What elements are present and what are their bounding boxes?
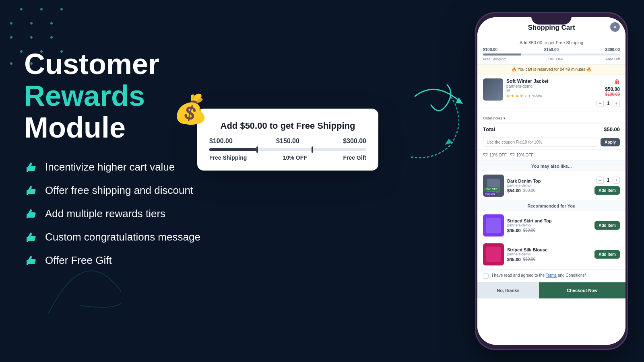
discount-badges: 🛡 10% OFF 🛡 10% OFF	[477, 150, 625, 160]
product-card-2: Striped Skirt and Top partners-demo $45.…	[477, 211, 625, 240]
cart-item-price-new: $50.00	[605, 86, 620, 92]
timer-banner: 🔥 You cart is reserved for 04:49 minutes…	[477, 65, 625, 74]
add-item-button-3[interactable]: Add item	[594, 250, 620, 259]
popup-label-2: 10% OFF	[283, 154, 307, 161]
coupon-input[interactable]	[483, 138, 598, 147]
cart-prog-label-1: Free Shipping	[483, 57, 506, 61]
progress-marker-1	[256, 146, 258, 153]
feature-item-2: Offer free shipping and discount	[24, 183, 274, 198]
product-qty-decrease-1[interactable]: −	[597, 177, 604, 184]
cart-title: Shopping Cart	[484, 24, 619, 32]
svg-marker-2	[456, 97, 463, 104]
hero-line1: Customer	[24, 48, 159, 80]
product-vendor-2: partners-demo	[507, 223, 591, 227]
arrow-decoration	[411, 72, 471, 122]
order-notes[interactable]: Order notes ▾	[477, 111, 625, 124]
product-price-old-1: $60.00	[523, 188, 536, 193]
feature-text-2: Offer free shipping and discount	[45, 184, 193, 197]
cart-progress-price-3: $300.00	[605, 47, 620, 52]
product-info-3: Striped Silk Blouse partners-demo $45.00…	[507, 247, 591, 262]
cart-progress-fill	[483, 53, 521, 56]
product-price-old-3: $50.00	[523, 257, 536, 261]
product-vendor-1: partners-demo	[507, 183, 591, 187]
cart-item-info: Soft Winter Jacket partners-demo M ★★★★★…	[506, 78, 593, 98]
popup-card-title: Add $50.00 to get Free Shipping	[209, 121, 366, 131]
product-image-3	[483, 243, 504, 265]
svg-marker-1	[445, 139, 453, 145]
discount-badge-2: 🛡 10% OFF	[510, 152, 534, 158]
cart-progress-prices: $100.00 $150.00 $300.00	[483, 47, 620, 52]
feature-item-3: Add multiple rewards tiers	[24, 207, 274, 221]
svg-rect-8	[486, 247, 501, 262]
product-price-old-2: $50.00	[523, 228, 536, 232]
product-qty-increase-1[interactable]: +	[613, 177, 620, 184]
discount-badge-1: 🛡 10% OFF	[483, 152, 507, 158]
product-qty-val-1: 1	[605, 177, 611, 183]
cart-prog-label-3: Free Gift	[606, 57, 620, 61]
product-thumbnail-2	[483, 214, 504, 237]
cart-item-prices: $50.00 $100.00	[605, 86, 620, 97]
popup-prices: $100.00 $150.00 $300.00	[209, 138, 366, 145]
recommended-section-title: Recommended for You	[477, 200, 625, 211]
product-price-new-2: $45.00	[507, 228, 521, 233]
phone-screen: Shopping Cart × Add $50.00 to get Free S…	[477, 17, 625, 345]
feature-text-1: Incentivize higher cart value	[45, 161, 175, 173]
thumbs-up-icon-2	[24, 183, 39, 198]
arc-decoration	[378, 80, 459, 161]
product-image-2	[483, 214, 504, 237]
terms-link[interactable]: Terms	[546, 273, 557, 278]
cart-progress-labels: Free Shipping 10% OFF Free Gift	[483, 57, 620, 61]
thumbs-up-icon-4	[24, 230, 39, 245]
cart-progress-section: Add $50.00 to get Free Shipping $100.00 …	[477, 36, 625, 65]
feature-item-4: Custom congratulations message	[24, 230, 274, 245]
product-vendor-3: partners-demo	[507, 252, 591, 256]
cart-item-size: M	[506, 88, 593, 93]
product-price-new-1: $54.00	[507, 188, 521, 193]
popup-labels: Free Shipping 10% OFF Free Gift	[209, 154, 366, 161]
checkout-now-button[interactable]: Checkout Now	[539, 282, 625, 298]
cart-progress-bar	[483, 53, 620, 56]
qty-increase-button[interactable]: +	[613, 100, 620, 107]
cart-close-button[interactable]: ×	[610, 22, 620, 32]
product-price-row-3: $45.00 $50.00	[507, 257, 591, 262]
svg-rect-6	[486, 218, 501, 233]
order-notes-label[interactable]: Order notes ▾	[483, 115, 506, 120]
no-thanks-button[interactable]: No, thanks	[477, 282, 539, 298]
cart-item-delete-button[interactable]: 🗑	[614, 78, 620, 85]
feature-text-5: Offer Free Gift	[45, 254, 112, 267]
product-price-new-3: $45.00	[507, 257, 521, 262]
hero-line3: Module	[24, 111, 126, 144]
product-info-1: Dark Denim Top partners-demo $54.00 $60.…	[507, 179, 591, 193]
popup-progress-fill	[209, 148, 256, 151]
total-label: Total	[483, 126, 495, 132]
cart-item-reviews: 1 review	[528, 94, 542, 98]
cart-item-qty: − 1 +	[597, 100, 620, 107]
bottom-buttons: No, thanks Checkout Now	[477, 282, 625, 298]
thumbs-up-icon-5	[24, 253, 39, 268]
product-name-3: Striped Silk Blouse	[507, 247, 591, 252]
product-qty-1: − 1 +	[597, 177, 620, 184]
cart-prog-label-2: 10% OFF	[548, 57, 564, 61]
shield-icon-2: 🛡	[510, 152, 515, 158]
cart-item-vendor: partners-demo	[506, 84, 593, 88]
coupon-row: Apply	[477, 135, 625, 150]
popup-progress-bar	[209, 148, 366, 151]
add-item-button-2[interactable]: Add item	[594, 221, 620, 230]
terms-checkbox[interactable]	[483, 273, 489, 279]
qty-decrease-button[interactable]: −	[597, 100, 604, 107]
add-item-button-1[interactable]: Add item	[594, 186, 620, 195]
money-icon: 💰	[173, 93, 208, 125]
product-image-1: Popular 10% OFF	[483, 175, 504, 197]
recommended-section: Recommended for You Striped Skirt and To…	[477, 200, 625, 269]
cart-item-image	[483, 78, 503, 101]
popup-card: Add $50.00 to get Free Shipping $100.00 …	[197, 109, 378, 171]
phone-notch	[531, 13, 572, 25]
product-thumbnail-3	[483, 243, 504, 265]
product-info-2: Striped Skirt and Top partners-demo $45.…	[507, 218, 591, 233]
total-row: Total $50.00	[477, 124, 625, 135]
product-name-1: Dark Denim Top	[507, 179, 591, 183]
cart-item-price-old: $100.00	[605, 92, 620, 97]
terms-text: I have read and agreed to the Terms and …	[492, 273, 586, 278]
apply-coupon-button[interactable]: Apply	[601, 138, 620, 146]
popup-price-1: $100.00	[209, 138, 233, 145]
